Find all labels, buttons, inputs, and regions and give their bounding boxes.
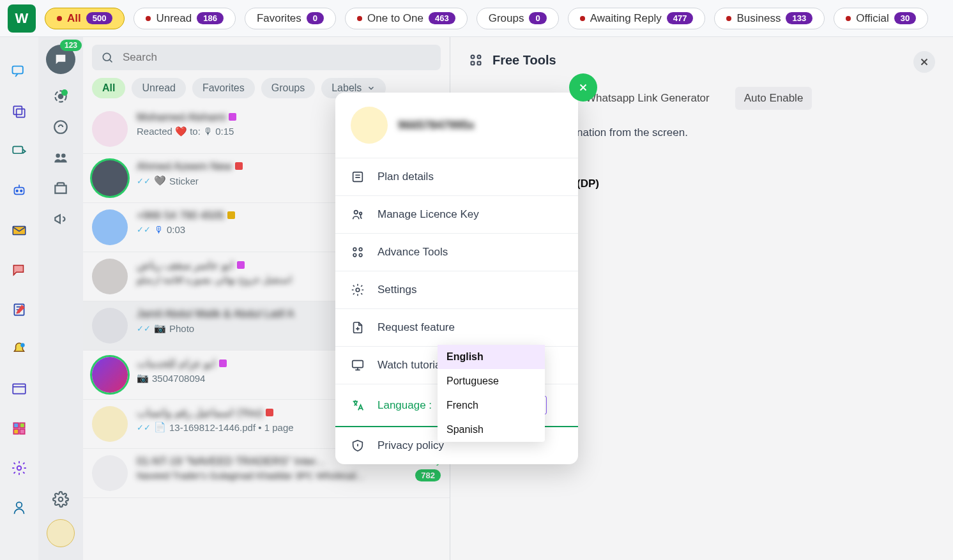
double-tick-icon: ✓✓ <box>137 176 151 186</box>
tab-favorites[interactable]: Favorites 0 <box>245 8 336 29</box>
double-tick-icon: ✓✓ <box>137 324 151 333</box>
language-option[interactable]: Spanish <box>438 418 545 442</box>
shield-icon <box>351 439 365 453</box>
envelope-icon[interactable] <box>10 221 29 240</box>
chat-preview: 13-169812-1446.pdf • 1 page <box>169 422 294 433</box>
cog-icon[interactable] <box>10 458 29 478</box>
chat-name: 01-NT-19 "NAVEED TRADERS" Inter... <box>137 455 324 468</box>
svg-point-24 <box>471 56 475 59</box>
camera-icon: 📷 <box>154 322 166 334</box>
tab-count-badge: 477 <box>667 12 694 24</box>
language-option[interactable]: French <box>438 393 545 418</box>
tab-onetoone[interactable]: One to One 463 <box>345 8 468 29</box>
popover-close-button[interactable] <box>569 73 597 102</box>
svg-point-29 <box>355 211 358 215</box>
file-plus-icon <box>351 321 365 335</box>
right-panel-title: Free Tools <box>492 53 556 68</box>
messages-badge: 123 <box>60 40 82 51</box>
monitor-icon <box>351 358 365 372</box>
close-panel-button[interactable] <box>913 51 935 73</box>
tab-all[interactable]: All 500 <box>45 8 125 29</box>
label-tag-icon <box>235 162 243 170</box>
app-logo: W <box>8 4 36 33</box>
copies-icon[interactable] <box>10 102 29 121</box>
svg-point-34 <box>359 254 362 257</box>
notification-bubble-icon[interactable] <box>10 261 29 280</box>
nav-status[interactable] <box>52 88 69 105</box>
menu-request-feature[interactable]: Request feature <box>335 309 578 347</box>
avatar <box>92 406 128 442</box>
chevron-down-icon <box>367 84 376 93</box>
avatar <box>92 111 128 147</box>
notepad-icon[interactable] <box>10 300 29 319</box>
search-box[interactable] <box>92 45 441 70</box>
chip-unread[interactable]: Unread <box>132 78 185 98</box>
svg-point-20 <box>56 154 60 158</box>
nav-communities[interactable] <box>52 149 69 166</box>
menu-advance-tools[interactable]: Advance Tools <box>335 234 578 271</box>
tab-label: Unread <box>156 12 192 25</box>
nav-catalog[interactable] <box>52 180 69 197</box>
tab-awaiting[interactable]: Awaiting Reply 477 <box>568 8 706 29</box>
message-forward-icon[interactable] <box>10 142 29 161</box>
label-tag-icon <box>266 409 273 416</box>
chip-favorites[interactable]: Favorites <box>192 78 255 98</box>
menu-plan-details[interactable]: Plan details <box>335 158 578 196</box>
nav-channels[interactable] <box>52 119 69 135</box>
tab-count-badge: 30 <box>894 12 916 24</box>
menu-settings[interactable]: Settings <box>335 271 578 309</box>
dot-icon <box>726 16 731 21</box>
grid-icon <box>468 52 484 68</box>
dot-icon <box>580 16 585 21</box>
tab-unread[interactable]: Unread 186 <box>133 8 235 29</box>
svg-rect-26 <box>471 62 475 65</box>
svg-rect-7 <box>13 227 26 235</box>
nav-settings[interactable] <box>52 491 69 508</box>
close-icon <box>919 56 930 68</box>
nav-messages[interactable]: 123 <box>46 45 75 74</box>
menu-licence-key[interactable]: Manage Licence Key <box>335 196 578 234</box>
svg-point-35 <box>356 288 360 292</box>
chat-preview: Sticker <box>169 176 199 186</box>
tab-link-generator[interactable]: Whatsapp Link Generator <box>577 87 719 110</box>
tab-count-badge: 500 <box>86 12 113 24</box>
double-tick-icon: ✓✓ <box>137 423 151 432</box>
tab-business[interactable]: Business 133 <box>714 8 825 29</box>
tab-label: Favorites <box>257 12 301 25</box>
tab-count-badge: 0 <box>307 12 324 24</box>
language-option[interactable]: Portuguese <box>438 369 545 393</box>
search-icon <box>101 51 114 64</box>
assistant-icon[interactable] <box>10 498 29 517</box>
chip-all[interactable]: All <box>92 78 125 98</box>
tab-groups[interactable]: Groups 0 <box>476 8 559 29</box>
browser-icon[interactable] <box>10 379 29 398</box>
svg-point-33 <box>353 254 356 257</box>
tab-auto-enable[interactable]: Auto Enable <box>735 87 812 110</box>
profile-avatar[interactable] <box>47 519 75 547</box>
chat-preview: 0:03 <box>167 224 185 235</box>
chip-groups[interactable]: Groups <box>261 78 315 98</box>
nav-ads[interactable] <box>52 211 69 227</box>
robot-icon[interactable] <box>10 181 29 201</box>
puzzle-icon[interactable] <box>10 419 29 438</box>
language-option[interactable]: English <box>438 345 545 369</box>
svg-rect-12 <box>20 423 25 428</box>
label-tag-icon <box>219 359 227 367</box>
avatar <box>92 357 128 393</box>
dot-icon <box>846 16 851 21</box>
close-icon <box>577 82 589 93</box>
svg-point-9 <box>20 343 24 347</box>
tab-official[interactable]: Official 30 <box>834 8 928 29</box>
svg-point-23 <box>103 53 111 61</box>
svg-point-6 <box>20 190 22 192</box>
grid-icon <box>351 245 365 259</box>
search-input[interactable] <box>123 51 432 64</box>
chat-bubble-icon[interactable] <box>10 63 29 82</box>
bell-icon[interactable] <box>10 340 29 359</box>
chat-name: اسماعيل رقم واتساب (You) <box>137 406 263 420</box>
sticker-icon: 🩶 <box>154 175 166 186</box>
chat-preview: استقبل خروج نهائي بصوره اقامة ارسلو <box>137 274 292 285</box>
chat-name: ابو عزام للخدمات <box>137 357 216 370</box>
whatsapp-nav: 123 <box>38 37 83 560</box>
svg-rect-1 <box>13 106 22 114</box>
